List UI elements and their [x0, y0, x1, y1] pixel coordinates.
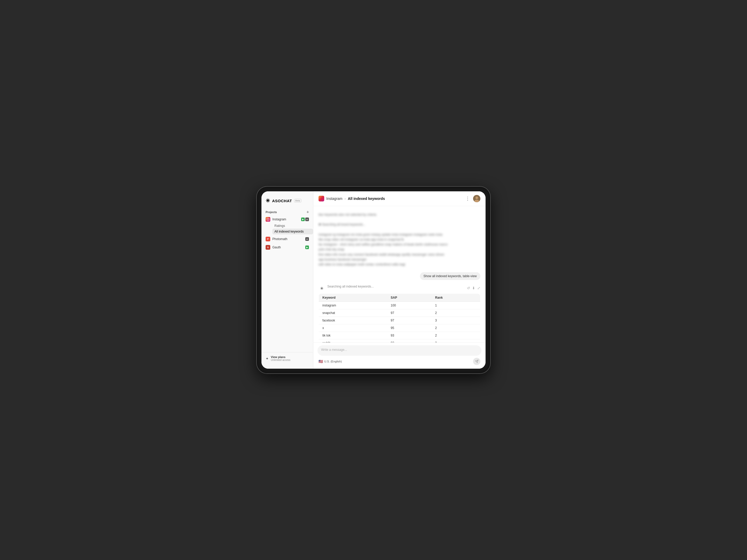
cell-keyword: x [319, 324, 387, 332]
cell-sap: 93 [387, 339, 431, 343]
table-header-columns: Keyword SAP Rank [319, 294, 480, 302]
sidebar: ✳ ASOCHAT Beta Projects + Instagram ▶ A [261, 191, 313, 369]
cell-sap: 97 [387, 317, 431, 324]
project-item-instagram[interactable]: Instagram ▶ A [261, 216, 313, 223]
sidebar-item-all-indexed-keywords[interactable]: All indexed keywords [272, 229, 313, 234]
locale-badge[interactable]: 🇺🇸 U.S. (English) [318, 359, 342, 364]
table-row: tik tok932 [319, 332, 480, 339]
us-flag-icon: 🇺🇸 [318, 359, 323, 364]
instagram-sub-items: Ratings All indexed keywords [261, 223, 313, 234]
download-button[interactable]: ⬇ [472, 286, 475, 290]
beta-badge: Beta [294, 199, 302, 203]
project-instagram: Instagram ▶ A Ratings All indexed keywor… [261, 216, 313, 234]
cell-rank: 3 [432, 317, 480, 324]
table-row: instagram1001 [319, 302, 480, 309]
sidebar-logo: ✳ ASOCHAT Beta [261, 195, 313, 208]
table-row: x952 [319, 324, 480, 332]
svg-point-1 [475, 196, 478, 199]
table-row: snapchat972 [319, 309, 480, 317]
breadcrumb-app-name: Instagram [326, 196, 342, 201]
platform-icons-gauth: ▶ [305, 245, 309, 249]
table-actions: ↺ ⬇ ⤢ [467, 286, 480, 290]
project-item-gauth[interactable]: G Gauth ▶ [261, 244, 313, 251]
project-gauth: G Gauth ▶ [261, 244, 313, 251]
bot-searching-row: ✳ Searching all indexed keywords... [318, 285, 374, 291]
more-options-button[interactable]: ⋮ [465, 196, 470, 202]
main-header: Instagram › All indexed keywords ⋮ [313, 191, 486, 206]
expand-button[interactable]: ⤢ [477, 286, 480, 290]
cell-rank: 2 [432, 332, 480, 339]
instagram-icon [265, 217, 270, 222]
cell-keyword: instagram [319, 302, 387, 309]
add-project-button[interactable]: + [307, 210, 309, 214]
blurred-message-section: blur keywords also not selected by crite… [318, 210, 480, 269]
cell-rank: 2 [432, 309, 480, 317]
plans-info: View plans Unlimited access [271, 355, 290, 362]
col-keyword: Keyword [319, 294, 387, 302]
project-name-gauth: Gauth [272, 245, 281, 249]
tablet-frame: ✳ ASOCHAT Beta Projects + Instagram ▶ A [257, 187, 490, 373]
gauth-play-store-icon: ▶ [305, 245, 309, 249]
play-store-icon: ▶ [301, 217, 305, 221]
send-button[interactable] [473, 358, 480, 365]
cell-sap: 95 [387, 324, 431, 332]
breadcrumb: Instagram › All indexed keywords [318, 196, 385, 202]
header-actions: ⋮ [465, 195, 480, 202]
tablet-screen: ✳ ASOCHAT Beta Projects + Instagram ▶ A [261, 191, 486, 369]
user-message-row: Show all indexed keywords, table-view [318, 272, 480, 280]
cell-rank: 2 [432, 324, 480, 332]
cell-sap: 100 [387, 302, 431, 309]
cell-keyword: tik tok [319, 332, 387, 339]
breadcrumb-separator: › [344, 196, 346, 201]
table-body: instagram1001snapchat972facebook973x952t… [319, 302, 480, 343]
projects-label: Projects [265, 211, 277, 214]
breadcrumb-page-title: All indexed keywords [348, 196, 385, 201]
project-name-instagram: Instagram [272, 217, 286, 221]
logo-icon: ✳ [265, 197, 270, 204]
input-area: Write a message... 🇺🇸 U.S. (English) [313, 343, 486, 369]
photomath-icon: P [265, 237, 270, 241]
sidebar-footer: ✦ View plans Unlimited access [261, 352, 313, 365]
table-row: facebook973 [319, 317, 480, 324]
unlimited-access-label: Unlimited access [271, 358, 290, 362]
view-plans-button[interactable]: ✦ View plans Unlimited access [265, 355, 309, 362]
cell-keyword: reddit [319, 339, 387, 343]
cell-keyword: facebook [319, 317, 387, 324]
cell-rank: 3 [432, 339, 480, 343]
bot-icon: ✳ [318, 285, 325, 291]
project-photomath: P Photomath A [261, 235, 313, 243]
col-rank: Rank [432, 294, 480, 302]
breadcrumb-app-icon [318, 196, 324, 202]
keyword-table: Keyword SAP Rank instagram1001snapchat97… [318, 293, 480, 343]
main-content: Instagram › All indexed keywords ⋮ blur … [313, 191, 486, 369]
sparkle-icon: ✦ [265, 356, 269, 361]
col-sap: SAP [387, 294, 431, 302]
view-plans-label: View plans [271, 355, 290, 358]
table-row: reddit933 [319, 339, 480, 343]
photomath-app-store-icon: A [305, 237, 309, 241]
cell-rank: 1 [432, 302, 480, 309]
locale-label: U.S. (English) [324, 360, 342, 363]
projects-section-header: Projects + [261, 208, 313, 216]
cell-keyword: snapchat [319, 309, 387, 317]
input-footer: 🇺🇸 U.S. (English) [317, 356, 482, 365]
table-header-row: ✳ Searching all indexed keywords... ↺ ⬇ … [318, 284, 480, 293]
input-placeholder: Write a message... [321, 348, 347, 351]
sidebar-item-ratings[interactable]: Ratings [272, 223, 313, 229]
platform-icons-instagram: ▶ A [301, 217, 309, 221]
chat-area: blur keywords also not selected by crite… [313, 206, 486, 343]
user-avatar[interactable] [473, 195, 480, 202]
cell-sap: 93 [387, 332, 431, 339]
refresh-button[interactable]: ↺ [467, 286, 470, 290]
blurred-text: blur keywords also not selected by crite… [318, 212, 480, 267]
platform-icons-photomath: A [305, 237, 309, 241]
cell-sap: 97 [387, 309, 431, 317]
user-message-bubble: Show all indexed keywords, table-view [420, 272, 480, 280]
gauth-icon: G [265, 245, 270, 250]
project-name-photomath: Photomath [272, 237, 287, 241]
table-section: ✳ Searching all indexed keywords... ↺ ⬇ … [318, 284, 480, 343]
app-store-icon: A [305, 217, 309, 221]
searching-label: Searching all indexed keywords... [327, 285, 374, 288]
message-input-box[interactable]: Write a message... [317, 345, 482, 356]
project-item-photomath[interactable]: P Photomath A [261, 235, 313, 243]
